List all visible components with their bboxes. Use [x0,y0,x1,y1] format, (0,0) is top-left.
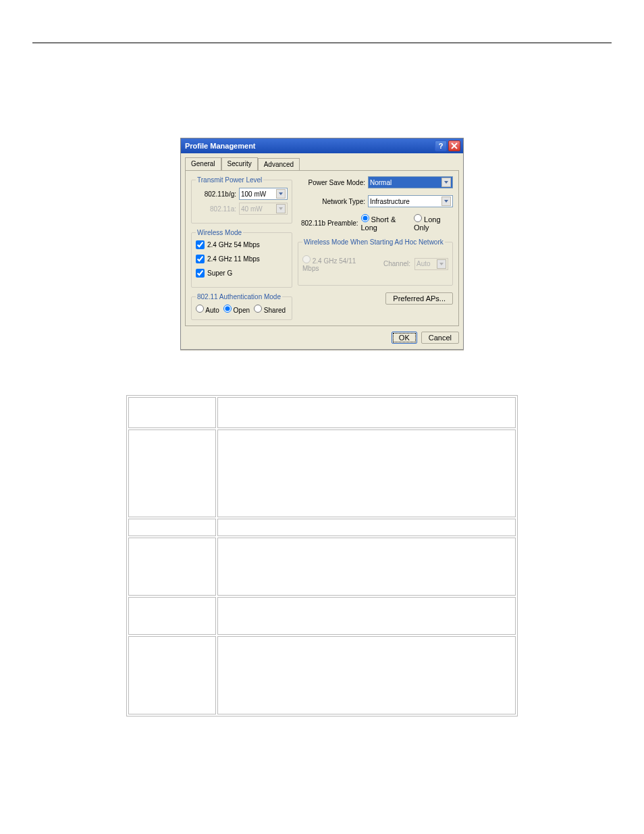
description-table [126,395,518,716]
adhoc-mode-group: Wireless Mode When Starting Ad Hoc Netwo… [298,238,453,286]
psm-label: Power Save Mode: [298,179,365,186]
auth-auto-radio[interactable]: Auto [196,305,219,314]
help-icon: ? [439,142,444,150]
channel-select: Auto [414,258,448,270]
auth-mode-legend: 802.11 Authentication Mode [196,293,282,301]
auth-open-label: Open [234,307,250,314]
table-row [128,397,516,428]
auth-auto-label: Auto [205,307,219,314]
auth-shared-label: Shared [264,307,286,314]
nt-select[interactable]: Infrastructure [368,195,453,207]
close-icon [451,142,458,149]
tabpanel-advanced: Transmit Power Level 802.11b/g: 100 mW 8… [185,170,459,326]
psm-select[interactable]: Normal [368,176,453,188]
auth-mode-group: 802.11 Authentication Mode Auto Open Sha… [191,293,292,320]
table-row [128,538,516,596]
preferred-aps-button[interactable]: Preferred APs... [385,292,453,305]
adhoc-mode-label: 2.4 GHz 54/11 Mbps [302,257,356,272]
table-row [128,636,516,714]
mode-superg-label: Super G [207,269,232,277]
mode-superg-checkbox[interactable]: Super G [196,269,288,278]
ok-button[interactable]: OK [392,332,417,344]
auth-open-radio[interactable]: Open [223,305,250,314]
page-divider [32,43,612,43]
chevron-down-icon [441,178,451,187]
titlebar: Profile Management ? [181,138,463,153]
chevron-down-icon [276,189,286,199]
adhoc-mode-radio: 2.4 GHz 54/11 Mbps [302,255,374,272]
help-button[interactable]: ? [435,140,447,151]
profile-management-dialog: Profile Management ? General Security Ad… [180,138,464,350]
adhoc-legend: Wireless Mode When Starting Ad Hoc Netwo… [302,238,445,246]
window-title: Profile Management [184,142,433,150]
mode-54-checkbox[interactable]: 2.4 GHz 54 Mbps [196,240,288,249]
cancel-button[interactable]: Cancel [421,332,459,344]
bg-power-select[interactable]: 100 mW [239,188,288,200]
preamble-label: 802.11b Preamble: [298,219,358,227]
tab-security[interactable]: Security [221,157,258,170]
transmit-power-level-group: Transmit Power Level 802.11b/g: 100 mW 8… [191,176,292,224]
wireless-mode-legend: Wireless Mode [196,229,243,236]
a-power-value: 40 mW [241,205,276,213]
mode-11-checkbox[interactable]: 2.4 GHz 11 Mbps [196,255,288,263]
tab-advanced[interactable]: Advanced [258,158,300,171]
bg-power-value: 100 mW [241,190,276,198]
bg-label: 802.11b/g: [196,190,236,198]
mode-11-label: 2.4 GHz 11 Mbps [207,255,260,263]
nt-value: Infrastructure [370,198,441,205]
wireless-mode-group: Wireless Mode 2.4 GHz 54 Mbps 2.4 GHz 11… [191,229,292,288]
preamble-longonly-radio[interactable]: Long Only [414,214,453,232]
chevron-down-icon [437,259,446,269]
tab-general[interactable]: General [185,157,221,170]
table-row [128,429,516,517]
a-label: 802.11a: [196,205,236,213]
nt-label: Network Type: [298,198,365,205]
transmit-power-legend: Transmit Power Level [196,176,263,184]
a-power-select: 40 mW [239,203,288,215]
chevron-down-icon [441,197,451,206]
psm-value: Normal [370,179,441,186]
table-row [128,519,516,536]
auth-shared-radio[interactable]: Shared [254,305,286,314]
table-row [128,597,516,635]
channel-value: Auto [417,260,437,267]
close-button[interactable] [448,140,460,151]
chevron-down-icon [276,204,286,213]
tabs: General Security Advanced [185,157,459,170]
channel-label: Channel: [383,260,410,267]
mode-54-label: 2.4 GHz 54 Mbps [207,241,260,249]
preamble-shortlong-radio[interactable]: Short & Long [361,214,409,232]
